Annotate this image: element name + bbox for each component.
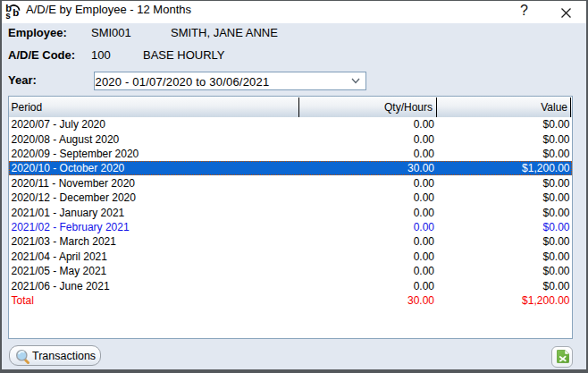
- svg-text:s: s: [5, 11, 11, 21]
- svg-text:b: b: [13, 7, 19, 18]
